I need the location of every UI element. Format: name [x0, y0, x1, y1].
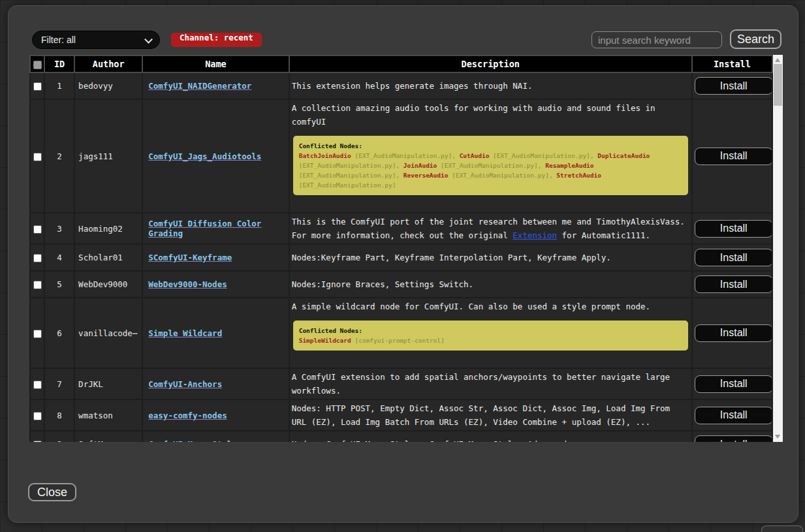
row-author: DrJKL [74, 368, 142, 399]
row-id: 5 [44, 271, 74, 298]
scroll-up-icon[interactable] [775, 58, 780, 62]
custom-nodes-manager-dialog: Filter: all Channel: recent Search I [8, 5, 798, 523]
select-all-checkbox[interactable] [33, 61, 42, 69]
row-checkbox[interactable] [33, 82, 42, 91]
row-checkbox[interactable] [33, 153, 42, 161]
row-id: 3 [44, 213, 74, 244]
install-button[interactable]: Install [695, 324, 773, 342]
row-author: jags111 [74, 99, 142, 213]
row-checkbox[interactable] [33, 254, 42, 262]
row-author: vanillacode⋯ [74, 298, 142, 368]
row-description: Nodes: ComfyUI Mexx Styler, ComfyUI Mexx… [289, 431, 692, 442]
row-checkbox[interactable] [33, 412, 42, 420]
table-scrollbar[interactable] [773, 55, 783, 442]
install-button[interactable]: Install [695, 220, 773, 238]
extension-name-link[interactable]: ComfyUI Diffusion Color Grading [148, 219, 261, 238]
row-author: Scholar01 [74, 244, 142, 271]
row-checkbox[interactable] [33, 441, 42, 442]
install-button[interactable]: Install [695, 275, 773, 293]
row-description: Nodes:Keyframe Part, Keyframe Interpolat… [289, 244, 692, 271]
row-name-cell: ComfyUI Diffusion Color Grading [142, 213, 289, 244]
conflict-node-source: [EXT_AudioManipulation.py], [437, 162, 545, 169]
toolbar: Filter: all Channel: recent Search [32, 29, 782, 50]
extension-name-link[interactable]: WebDev9000-Nodes [148, 279, 227, 289]
conflicted-nodes-box: Conflicted Nodes:SimpleWildcard [comfyui… [293, 321, 688, 351]
table-row: 6vanillacode⋯Simple WildcardA simple wil… [30, 298, 772, 368]
conflict-node-source: [EXT_AudioManipulation.py], [299, 172, 403, 179]
install-button[interactable]: Install [695, 435, 773, 442]
table-row: 2jags111ComfyUI_Jags_AudiotoolsA collect… [30, 99, 772, 213]
row-id: 4 [44, 244, 74, 271]
row-select-cell [30, 99, 44, 213]
row-select-cell [30, 298, 44, 368]
table-row: 1bedovyyComfyUI_NAIDGeneratorThis extens… [30, 72, 772, 99]
conflicted-nodes-box: Conflicted Nodes:BatchJoinAudio [EXT_Aud… [293, 136, 688, 195]
row-install-cell: Install [692, 368, 772, 399]
description-link[interactable]: Extension [513, 230, 557, 240]
table-body: 1bedovyyComfyUI_NAIDGeneratorThis extens… [30, 72, 772, 442]
table-row: 7DrJKLComfyUI-AnchorsA ComfyUI extension… [30, 368, 772, 399]
row-description: This is the ComfyUI port of the joint re… [289, 213, 692, 244]
row-checkbox[interactable] [33, 381, 42, 389]
extension-name-link[interactable]: Simple Wildcard [148, 328, 222, 338]
row-author: SoftMeng [74, 431, 142, 442]
close-button[interactable]: Close [28, 483, 76, 501]
install-button[interactable]: Install [695, 77, 773, 95]
extension-name-link[interactable]: SComfyUI-Keyframe [148, 253, 232, 262]
search-button[interactable]: Search [730, 29, 781, 49]
row-description: This extension helps generate images thr… [289, 72, 692, 99]
table-row: 5WebDev9000WebDev9000-NodesNodes:Ignore … [30, 271, 772, 298]
scrollbar-thumb[interactable] [774, 64, 782, 106]
row-name-cell: WebDev9000-Nodes [142, 271, 289, 298]
install-button[interactable]: Install [695, 148, 773, 165]
row-install-cell: Install [692, 213, 772, 244]
filter-select-wrap: Filter: all [32, 31, 160, 49]
conflict-node-source: [EXT_AudioManipulation.py], [448, 172, 556, 179]
row-id: 9 [44, 431, 74, 442]
filter-select[interactable]: Filter: all [32, 31, 160, 49]
extension-name-link[interactable]: easy-comfy-nodes [148, 411, 227, 420]
table-row: 4Scholar01SComfyUI-KeyframeNodes:Keyfram… [30, 244, 772, 271]
header-author: Author [74, 55, 142, 72]
table-row: 3Haoming02ComfyUI Diffusion Color Gradin… [30, 213, 772, 244]
conflict-node-name: ResampleAudio [545, 162, 593, 169]
table-area: ID Author Name Description Install 1bedo… [29, 55, 783, 442]
row-author: wmatson [74, 399, 142, 431]
install-button[interactable]: Install [695, 249, 773, 266]
extension-name-link[interactable]: ComfyUI_Jags_Audiotools [148, 151, 261, 161]
conflict-node-name: StretchAudio [556, 172, 601, 179]
row-name-cell: SComfyUI-Keyframe [142, 244, 289, 271]
row-name-cell: ComfyUI_NAIDGenerator [142, 72, 289, 99]
row-checkbox[interactable] [33, 330, 42, 338]
row-checkbox[interactable] [33, 281, 42, 289]
header-install: Install [692, 55, 772, 72]
install-button[interactable]: Install [695, 375, 773, 393]
conflict-node-name: BatchJoinAudio [299, 152, 351, 159]
row-id: 8 [44, 399, 74, 431]
search-input[interactable] [592, 31, 722, 48]
select-all-header [30, 55, 44, 72]
row-name-cell: Simple Wildcard [142, 298, 289, 368]
row-name-cell: easy-comfy-nodes [142, 399, 289, 431]
conflict-node-name: SimpleWildcard [299, 337, 351, 344]
channel-badge[interactable]: Channel: recent [171, 33, 262, 47]
install-button[interactable]: Install [695, 407, 773, 424]
row-id: 2 [44, 99, 74, 213]
extension-name-link[interactable]: ComfyUI-Anchors [148, 379, 222, 389]
conflicted-nodes-title: Conflicted Nodes: [299, 141, 682, 151]
extension-name-link[interactable]: ComfyUI_NAIDGenerator [148, 81, 251, 91]
row-select-cell [30, 431, 44, 442]
extension-name-link[interactable]: ComfyUI_Mexx_Styler [148, 439, 242, 442]
table-row: 9SoftMengComfyUI_Mexx_StylerNodes: Comfy… [30, 431, 772, 442]
row-install-cell: Install [692, 99, 772, 213]
header-id: ID [44, 55, 74, 72]
row-author: bedovyy [74, 72, 142, 99]
row-install-cell: Install [692, 72, 772, 99]
row-description: A collection amazing audio tools for wor… [289, 99, 692, 213]
row-name-cell: ComfyUI_Mexx_Styler [142, 431, 289, 442]
row-install-cell: Install [692, 399, 772, 431]
row-checkbox[interactable] [33, 225, 42, 234]
scroll-down-icon[interactable] [775, 435, 780, 439]
conflict-node-name: ReverseAudio [403, 172, 449, 179]
row-author: Haoming02 [74, 213, 142, 244]
